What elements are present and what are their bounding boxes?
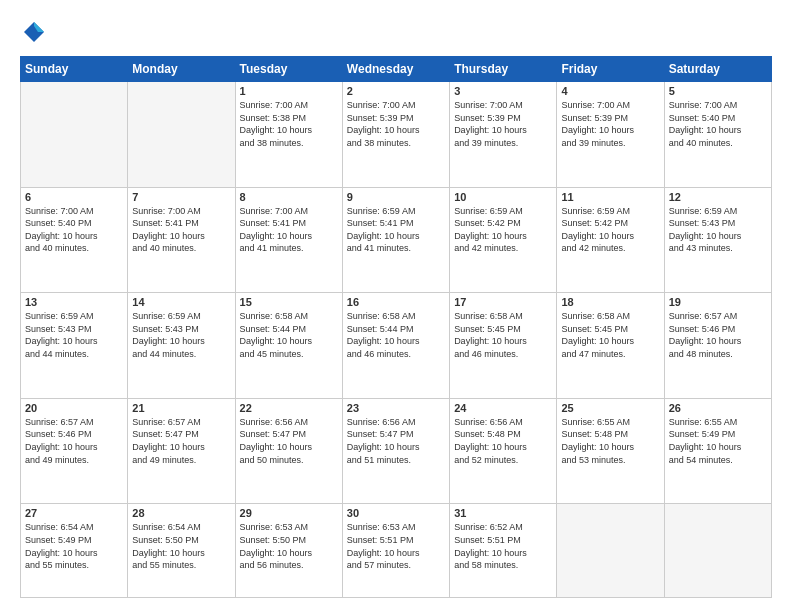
calendar-header-sunday: Sunday	[21, 57, 128, 82]
day-number: 15	[240, 296, 338, 308]
day-number: 3	[454, 85, 552, 97]
day-info: Sunrise: 6:58 AMSunset: 5:45 PMDaylight:…	[561, 310, 659, 360]
calendar-cell: 21Sunrise: 6:57 AMSunset: 5:47 PMDayligh…	[128, 398, 235, 504]
day-number: 17	[454, 296, 552, 308]
day-info: Sunrise: 6:58 AMSunset: 5:44 PMDaylight:…	[240, 310, 338, 360]
day-info: Sunrise: 6:54 AMSunset: 5:50 PMDaylight:…	[132, 521, 230, 571]
day-info: Sunrise: 6:57 AMSunset: 5:47 PMDaylight:…	[132, 416, 230, 466]
day-number: 9	[347, 191, 445, 203]
day-info: Sunrise: 7:00 AMSunset: 5:40 PMDaylight:…	[669, 99, 767, 149]
day-info: Sunrise: 6:53 AMSunset: 5:51 PMDaylight:…	[347, 521, 445, 571]
calendar-cell: 13Sunrise: 6:59 AMSunset: 5:43 PMDayligh…	[21, 293, 128, 399]
day-info: Sunrise: 6:57 AMSunset: 5:46 PMDaylight:…	[25, 416, 123, 466]
day-number: 16	[347, 296, 445, 308]
calendar-cell: 28Sunrise: 6:54 AMSunset: 5:50 PMDayligh…	[128, 504, 235, 598]
day-number: 11	[561, 191, 659, 203]
calendar-cell: 9Sunrise: 6:59 AMSunset: 5:41 PMDaylight…	[342, 187, 449, 293]
calendar-week-row: 13Sunrise: 6:59 AMSunset: 5:43 PMDayligh…	[21, 293, 772, 399]
calendar-cell: 5Sunrise: 7:00 AMSunset: 5:40 PMDaylight…	[664, 82, 771, 188]
day-number: 27	[25, 507, 123, 519]
day-number: 6	[25, 191, 123, 203]
calendar-cell: 1Sunrise: 7:00 AMSunset: 5:38 PMDaylight…	[235, 82, 342, 188]
day-number: 31	[454, 507, 552, 519]
day-number: 24	[454, 402, 552, 414]
calendar-cell: 10Sunrise: 6:59 AMSunset: 5:42 PMDayligh…	[450, 187, 557, 293]
calendar-header-wednesday: Wednesday	[342, 57, 449, 82]
calendar-cell	[128, 82, 235, 188]
calendar-cell: 12Sunrise: 6:59 AMSunset: 5:43 PMDayligh…	[664, 187, 771, 293]
day-info: Sunrise: 6:56 AMSunset: 5:48 PMDaylight:…	[454, 416, 552, 466]
calendar-cell: 27Sunrise: 6:54 AMSunset: 5:49 PMDayligh…	[21, 504, 128, 598]
day-info: Sunrise: 6:52 AMSunset: 5:51 PMDaylight:…	[454, 521, 552, 571]
day-info: Sunrise: 6:56 AMSunset: 5:47 PMDaylight:…	[240, 416, 338, 466]
day-number: 12	[669, 191, 767, 203]
calendar-cell: 29Sunrise: 6:53 AMSunset: 5:50 PMDayligh…	[235, 504, 342, 598]
day-number: 19	[669, 296, 767, 308]
day-info: Sunrise: 6:54 AMSunset: 5:49 PMDaylight:…	[25, 521, 123, 571]
calendar-cell: 11Sunrise: 6:59 AMSunset: 5:42 PMDayligh…	[557, 187, 664, 293]
calendar-cell: 4Sunrise: 7:00 AMSunset: 5:39 PMDaylight…	[557, 82, 664, 188]
calendar-cell: 2Sunrise: 7:00 AMSunset: 5:39 PMDaylight…	[342, 82, 449, 188]
day-number: 21	[132, 402, 230, 414]
calendar-cell: 30Sunrise: 6:53 AMSunset: 5:51 PMDayligh…	[342, 504, 449, 598]
calendar-cell: 8Sunrise: 7:00 AMSunset: 5:41 PMDaylight…	[235, 187, 342, 293]
day-number: 2	[347, 85, 445, 97]
day-info: Sunrise: 7:00 AMSunset: 5:40 PMDaylight:…	[25, 205, 123, 255]
calendar-header-thursday: Thursday	[450, 57, 557, 82]
calendar-week-row: 27Sunrise: 6:54 AMSunset: 5:49 PMDayligh…	[21, 504, 772, 598]
day-info: Sunrise: 6:58 AMSunset: 5:44 PMDaylight:…	[347, 310, 445, 360]
calendar-cell: 16Sunrise: 6:58 AMSunset: 5:44 PMDayligh…	[342, 293, 449, 399]
day-number: 23	[347, 402, 445, 414]
day-info: Sunrise: 7:00 AMSunset: 5:39 PMDaylight:…	[454, 99, 552, 149]
calendar-cell: 20Sunrise: 6:57 AMSunset: 5:46 PMDayligh…	[21, 398, 128, 504]
day-number: 7	[132, 191, 230, 203]
day-number: 29	[240, 507, 338, 519]
calendar-header-monday: Monday	[128, 57, 235, 82]
day-number: 22	[240, 402, 338, 414]
calendar-table: SundayMondayTuesdayWednesdayThursdayFrid…	[20, 56, 772, 598]
calendar-cell	[557, 504, 664, 598]
day-number: 10	[454, 191, 552, 203]
calendar-cell: 25Sunrise: 6:55 AMSunset: 5:48 PMDayligh…	[557, 398, 664, 504]
day-info: Sunrise: 7:00 AMSunset: 5:41 PMDaylight:…	[240, 205, 338, 255]
day-info: Sunrise: 7:00 AMSunset: 5:39 PMDaylight:…	[561, 99, 659, 149]
day-number: 13	[25, 296, 123, 308]
day-info: Sunrise: 6:55 AMSunset: 5:49 PMDaylight:…	[669, 416, 767, 466]
logo	[20, 18, 52, 46]
day-info: Sunrise: 6:56 AMSunset: 5:47 PMDaylight:…	[347, 416, 445, 466]
day-info: Sunrise: 6:59 AMSunset: 5:43 PMDaylight:…	[25, 310, 123, 360]
calendar-cell	[21, 82, 128, 188]
calendar-header-row: SundayMondayTuesdayWednesdayThursdayFrid…	[21, 57, 772, 82]
calendar-cell: 26Sunrise: 6:55 AMSunset: 5:49 PMDayligh…	[664, 398, 771, 504]
day-info: Sunrise: 7:00 AMSunset: 5:38 PMDaylight:…	[240, 99, 338, 149]
calendar-header-tuesday: Tuesday	[235, 57, 342, 82]
day-info: Sunrise: 6:57 AMSunset: 5:46 PMDaylight:…	[669, 310, 767, 360]
day-number: 8	[240, 191, 338, 203]
day-number: 18	[561, 296, 659, 308]
day-number: 1	[240, 85, 338, 97]
calendar-cell: 6Sunrise: 7:00 AMSunset: 5:40 PMDaylight…	[21, 187, 128, 293]
calendar-cell: 15Sunrise: 6:58 AMSunset: 5:44 PMDayligh…	[235, 293, 342, 399]
calendar-cell: 7Sunrise: 7:00 AMSunset: 5:41 PMDaylight…	[128, 187, 235, 293]
calendar-cell: 18Sunrise: 6:58 AMSunset: 5:45 PMDayligh…	[557, 293, 664, 399]
day-number: 4	[561, 85, 659, 97]
day-info: Sunrise: 6:55 AMSunset: 5:48 PMDaylight:…	[561, 416, 659, 466]
day-info: Sunrise: 6:59 AMSunset: 5:41 PMDaylight:…	[347, 205, 445, 255]
day-number: 30	[347, 507, 445, 519]
calendar-header-saturday: Saturday	[664, 57, 771, 82]
calendar-header-friday: Friday	[557, 57, 664, 82]
calendar-cell: 31Sunrise: 6:52 AMSunset: 5:51 PMDayligh…	[450, 504, 557, 598]
calendar-cell: 19Sunrise: 6:57 AMSunset: 5:46 PMDayligh…	[664, 293, 771, 399]
day-number: 14	[132, 296, 230, 308]
day-number: 5	[669, 85, 767, 97]
calendar-cell: 17Sunrise: 6:58 AMSunset: 5:45 PMDayligh…	[450, 293, 557, 399]
logo-icon	[20, 18, 48, 46]
day-info: Sunrise: 6:53 AMSunset: 5:50 PMDaylight:…	[240, 521, 338, 571]
calendar-week-row: 20Sunrise: 6:57 AMSunset: 5:46 PMDayligh…	[21, 398, 772, 504]
calendar-cell: 22Sunrise: 6:56 AMSunset: 5:47 PMDayligh…	[235, 398, 342, 504]
day-info: Sunrise: 6:59 AMSunset: 5:43 PMDaylight:…	[669, 205, 767, 255]
day-number: 28	[132, 507, 230, 519]
calendar-cell: 14Sunrise: 6:59 AMSunset: 5:43 PMDayligh…	[128, 293, 235, 399]
day-info: Sunrise: 7:00 AMSunset: 5:39 PMDaylight:…	[347, 99, 445, 149]
header	[20, 18, 772, 46]
